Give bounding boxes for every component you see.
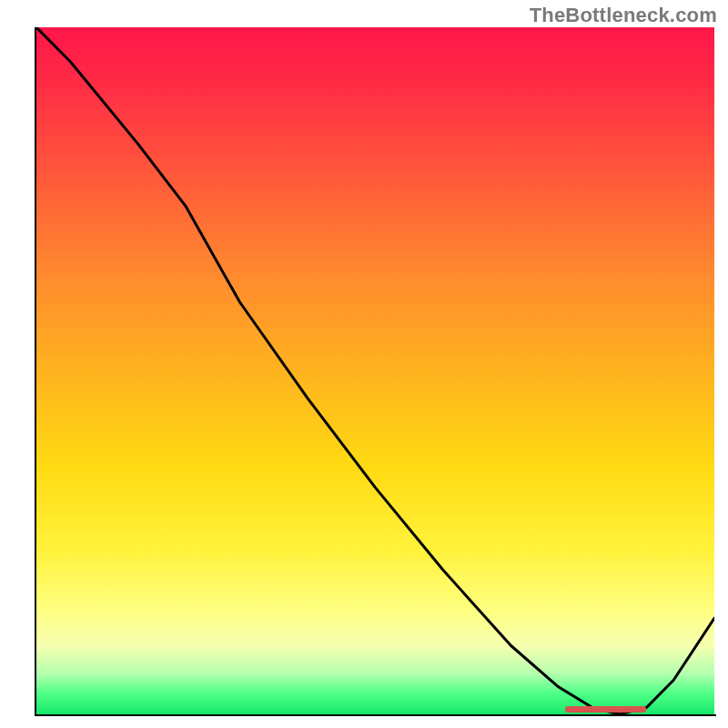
chart-frame: TheBottleneck.com bbox=[0, 0, 728, 728]
x-axis bbox=[35, 714, 716, 716]
bottleneck-curve bbox=[36, 27, 714, 714]
plot-area bbox=[36, 27, 714, 714]
watermark-text: TheBottleneck.com bbox=[530, 4, 717, 27]
optimal-range-marker bbox=[565, 706, 646, 713]
